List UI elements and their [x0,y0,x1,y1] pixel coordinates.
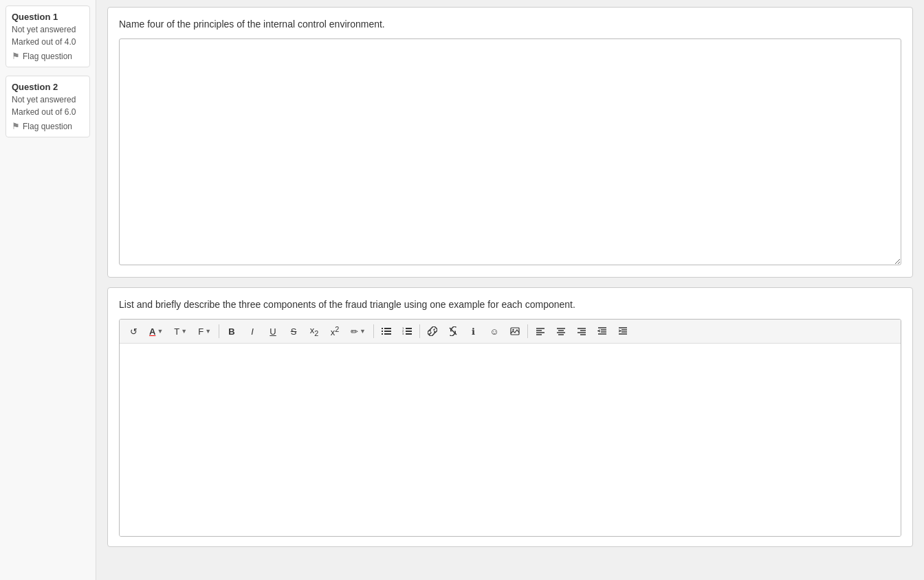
question2-marked: Marked out of 6.0 [12,107,84,117]
svg-rect-11 [406,333,412,335]
svg-rect-9 [406,331,412,332]
align-left-button[interactable] [531,322,550,340]
font-color-button[interactable]: A ▼ [144,322,168,340]
font-size-button[interactable]: F ▼ [193,322,216,340]
bold-button[interactable]: B [222,322,241,340]
font-style-button[interactable]: T ▼ [169,322,192,340]
highlight-label: ✏ [351,326,358,337]
question2-section: List and briefly describe the three comp… [107,287,913,547]
info-button[interactable]: ℹ [464,322,483,340]
align-right-icon [577,326,586,336]
font-style-label: T [174,326,179,337]
question1-section: Name four of the principles of the inter… [107,7,913,278]
question1-label: Question 1 [12,12,84,22]
underline-button[interactable]: U [263,322,283,340]
align-right-button[interactable] [572,322,591,340]
subscript-label: x2 [310,325,319,337]
divider-3 [419,324,420,338]
question2-flag[interactable]: ⚑ Flag question [12,121,84,131]
svg-rect-3 [384,331,391,332]
question2-editor-body[interactable] [120,344,901,536]
highlight-button[interactable]: ✏ ▼ [346,322,371,340]
emoji-button[interactable]: ☺ [485,322,504,340]
decrease-indent-icon [597,326,607,336]
unlink-icon [448,326,458,336]
undo-button[interactable]: ↺ [124,322,143,340]
question1-status: Not yet answered [12,25,84,34]
link-icon [428,326,437,336]
link-button[interactable] [423,322,442,340]
italic-button[interactable]: I [243,322,262,340]
divider-1 [219,324,219,338]
editor-toolbar: ↺ A ▼ T ▼ F ▼ B [120,320,901,344]
question1-sidebar-block: Question 1 Not yet answered Marked out o… [6,5,90,67]
sidebar: Question 1 Not yet answered Marked out o… [0,0,96,580]
divider-2 [373,324,374,338]
increase-indent-icon [618,326,628,336]
subscript-button[interactable]: x2 [305,322,324,340]
superscript-button[interactable]: x2 [325,322,344,340]
font-color-label: A [149,326,155,337]
increase-indent-button[interactable] [613,322,632,340]
superscript-label: x2 [331,325,340,337]
align-left-icon [536,326,545,336]
svg-text:3.: 3. [402,332,404,335]
svg-rect-5 [384,333,391,335]
image-icon [510,326,520,336]
question1-answer-textarea[interactable] [119,38,901,265]
image-button[interactable] [505,322,525,340]
question2-label: Question 2 [12,82,84,92]
font-size-arrow: ▼ [205,328,211,335]
unordered-list-icon [382,326,391,336]
svg-rect-1 [384,328,391,329]
highlight-arrow: ▼ [360,328,366,335]
svg-rect-2 [382,331,383,332]
svg-rect-0 [382,328,383,329]
unlink-button[interactable] [443,322,463,340]
question2-editor: ↺ A ▼ T ▼ F ▼ B [119,319,901,537]
font-style-arrow: ▼ [181,328,187,335]
question2-text: List and briefly describe the three comp… [119,298,901,312]
svg-rect-4 [382,333,383,335]
question2-status: Not yet answered [12,95,84,104]
ordered-list-icon: 1. 2. 3. [402,326,412,336]
align-center-button[interactable] [551,322,571,340]
decrease-indent-button[interactable] [593,322,612,340]
unordered-list-button[interactable] [377,322,396,340]
divider-4 [527,324,528,338]
svg-rect-7 [406,328,412,329]
font-size-label: F [198,326,204,337]
strikethrough-button[interactable]: S [284,322,303,340]
question1-text: Name four of the principles of the inter… [119,17,901,32]
main-content: Name four of the principles of the inter… [96,0,924,580]
svg-point-14 [512,329,514,331]
flag-icon-1: ⚑ [12,51,20,61]
question2-sidebar-block: Question 2 Not yet answered Marked out o… [6,76,90,137]
align-center-icon [556,326,566,336]
font-color-arrow: ▼ [157,328,163,335]
question1-marked: Marked out of 4.0 [12,37,84,47]
flag-icon-2: ⚑ [12,121,20,131]
ordered-list-button[interactable]: 1. 2. 3. [397,322,417,340]
question1-flag[interactable]: ⚑ Flag question [12,51,84,61]
